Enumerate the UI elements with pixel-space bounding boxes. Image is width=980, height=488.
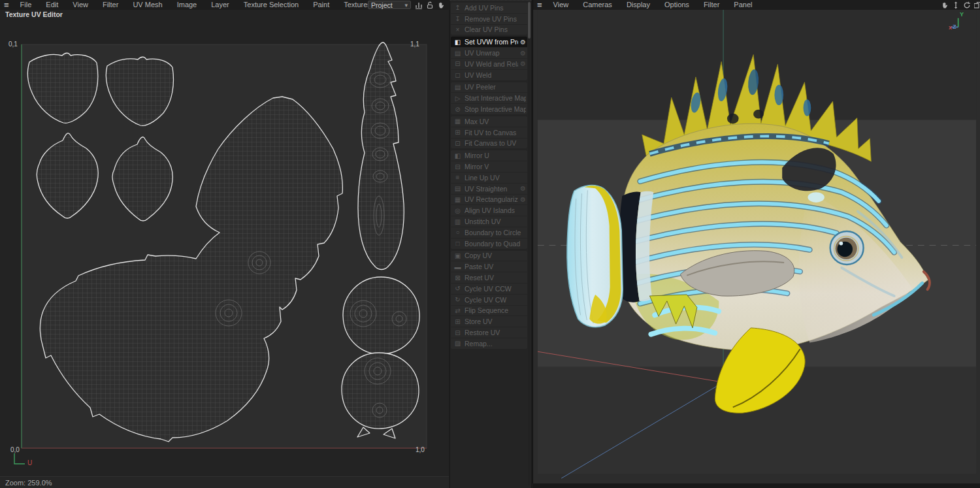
rotate-icon[interactable] bbox=[962, 1, 972, 9]
viewport-menu-view[interactable]: View bbox=[546, 0, 576, 10]
command-label: Restore UV bbox=[465, 329, 526, 336]
pin-remove-icon: ↧ bbox=[453, 15, 462, 22]
gizmo-z-label: Z bbox=[953, 24, 956, 30]
uv-canvas-area[interactable]: 0,1 1,1 0,0 1,0 U bbox=[0, 20, 449, 476]
command-uv-straighten: ▤UV Straighten⚙ bbox=[451, 184, 527, 195]
uv-rectangularize-icon: ▦ bbox=[453, 196, 462, 203]
viewport-menu-filter[interactable]: Filter bbox=[696, 0, 727, 10]
command-group: ↥Add UV Pins↧Remove UV Pins×Clear UV Pin… bbox=[451, 3, 527, 35]
peeler-icon: ▤ bbox=[453, 84, 462, 91]
command-mirror-u: ◧Mirror U bbox=[451, 150, 527, 161]
viewport-menu-cameras[interactable]: Cameras bbox=[576, 0, 619, 10]
command-label: UV Weld bbox=[465, 71, 526, 79]
unwrap-icon: ▤ bbox=[453, 50, 462, 57]
project-dropdown-value: Project bbox=[371, 1, 393, 9]
fish-white-spot bbox=[808, 192, 824, 203]
command-label: Fit UV to Canvas bbox=[465, 129, 526, 137]
viewport-menu-options[interactable]: Options bbox=[657, 0, 696, 10]
weld-icon: ◻ bbox=[453, 71, 462, 78]
menu-layer[interactable]: Layer bbox=[204, 0, 237, 10]
command-label: UV Weld and Relax bbox=[465, 60, 518, 68]
boundary-to-circle-icon: ○ bbox=[453, 229, 462, 236]
projection-icon: ◧ bbox=[453, 39, 462, 46]
viewport-bottom-strip bbox=[532, 483, 980, 488]
viewport-3d[interactable]: ≡ ViewCamerasDisplayOptionsFilterPanel bbox=[532, 0, 980, 488]
command-label: Add UV Pins bbox=[465, 4, 526, 12]
command-label: Reset UV bbox=[465, 274, 526, 282]
command-label: Mirror V bbox=[465, 163, 526, 171]
command-group: ▤UV Peeler▷Start Interactive Mapping⊘Sto… bbox=[451, 82, 527, 114]
command-set-uvw-from-projection[interactable]: ◧Set UVW from Projection⚙ bbox=[451, 37, 527, 48]
stop-mapping-icon: ⊘ bbox=[453, 106, 462, 113]
menu-view[interactable]: View bbox=[65, 0, 95, 10]
command-panel-scroll-thumb[interactable] bbox=[528, 2, 531, 39]
max-uv-icon: ▦ bbox=[453, 118, 462, 125]
command-cycle-uv-cw: ↻Cycle UV CW bbox=[451, 295, 527, 306]
gear-icon[interactable]: ⚙ bbox=[518, 50, 526, 57]
uv-editor-title-text: Texture UV Editor bbox=[5, 10, 63, 18]
command-label: Remove UV Pins bbox=[465, 15, 526, 23]
zoom-level: Zoom: 259.0% bbox=[5, 479, 52, 487]
command-label: Stop Interactive Mapping bbox=[465, 105, 526, 113]
command-max-uv: ▦Max UV bbox=[451, 116, 527, 127]
unstitch-uv-icon: ▥ bbox=[453, 218, 462, 225]
command-uv-rectangularize: ▦UV Rectangularize⚙ bbox=[451, 195, 527, 206]
menu-uv-mesh[interactable]: UV Mesh bbox=[125, 0, 169, 10]
fish-tail-fin[interactable] bbox=[567, 186, 623, 327]
command-label: Paste UV bbox=[465, 263, 526, 270]
chevron-down-icon: ▾ bbox=[404, 2, 408, 8]
gear-icon[interactable]: ⚙ bbox=[518, 60, 526, 67]
viewport-menu-display[interactable]: Display bbox=[619, 0, 657, 10]
status-bar: Zoom: 259.0% bbox=[0, 476, 449, 488]
hand-icon[interactable] bbox=[939, 1, 949, 9]
viewport-scene[interactable] bbox=[533, 10, 980, 483]
maximize-icon[interactable] bbox=[973, 1, 980, 9]
command-reset-uv: ⊠Reset UV bbox=[451, 272, 527, 284]
gear-icon[interactable]: ⚙ bbox=[518, 39, 526, 46]
uv-axis-gizmo bbox=[14, 453, 25, 464]
command-label: UV Rectangularize bbox=[465, 195, 518, 203]
application-window: ≡ FileEditViewFilterUV MeshImageLayerTex… bbox=[0, 0, 980, 488]
command-align-uv-islands: ◎Align UV Islands bbox=[451, 205, 527, 216]
lock-icon[interactable] bbox=[425, 1, 434, 9]
menu-paint[interactable]: Paint bbox=[306, 0, 336, 10]
hamburger-menu-icon[interactable]: ≡ bbox=[0, 0, 13, 10]
command-label: Fit Canvas to UV bbox=[465, 139, 526, 147]
mirror-v-icon: ⊟ bbox=[453, 163, 462, 171]
uv-canvas[interactable] bbox=[0, 20, 449, 476]
command-label: Remap... bbox=[465, 340, 526, 348]
restore-uv-icon: ⊟ bbox=[453, 329, 462, 336]
menu-filter[interactable]: Filter bbox=[95, 0, 125, 10]
align-uv-islands-icon: ◎ bbox=[453, 207, 462, 214]
viewport-menu-panel[interactable]: Panel bbox=[727, 0, 759, 10]
command-mirror-v: ⊟Mirror V bbox=[451, 161, 527, 172]
store-uv-icon: ⊞ bbox=[453, 318, 462, 325]
boundary-to-quad-icon: □ bbox=[453, 240, 462, 247]
command-uv-peeler: ▤UV Peeler bbox=[451, 82, 527, 93]
command-label: Store UV bbox=[465, 317, 526, 325]
uv-island-eye-1 bbox=[343, 277, 419, 354]
viewport-hamburger-menu-icon[interactable]: ≡ bbox=[533, 0, 546, 10]
weld-relax-icon: ⊟ bbox=[453, 60, 462, 67]
mirror-u-icon: ◧ bbox=[453, 152, 462, 159]
uv-editor-menu-items: FileEditViewFilterUV MeshImageLayerTextu… bbox=[13, 0, 378, 10]
command-unstitch-uv: ▥Unstitch UV bbox=[451, 216, 527, 227]
cycle-uv-ccw-icon: ↺ bbox=[453, 285, 462, 292]
menu-edit[interactable]: Edit bbox=[39, 0, 65, 10]
gizmo-y-label: Y bbox=[960, 11, 964, 18]
command-uv-unwrap: ▤UV Unwrap⚙ bbox=[451, 48, 527, 59]
histogram-icon[interactable] bbox=[414, 1, 423, 9]
gear-icon[interactable]: ⚙ bbox=[518, 196, 526, 203]
project-dropdown[interactable]: Project ▾ bbox=[368, 1, 411, 9]
hand-icon[interactable] bbox=[436, 1, 446, 9]
command-label: Boundary to Circle bbox=[465, 229, 526, 236]
menu-texture-selection[interactable]: Texture Selection bbox=[237, 0, 306, 10]
command-panel-scrollbar[interactable] bbox=[528, 2, 531, 485]
menu-image[interactable]: Image bbox=[170, 0, 204, 10]
fit-uv-to-canvas-icon: ⊞ bbox=[453, 129, 462, 136]
command-boundary-to-circle: ○Boundary to Circle bbox=[451, 227, 527, 238]
dolly-icon[interactable] bbox=[951, 1, 960, 9]
menu-file[interactable]: File bbox=[13, 0, 39, 10]
viewport-toolbar bbox=[939, 1, 980, 9]
gear-icon[interactable]: ⚙ bbox=[518, 185, 526, 192]
